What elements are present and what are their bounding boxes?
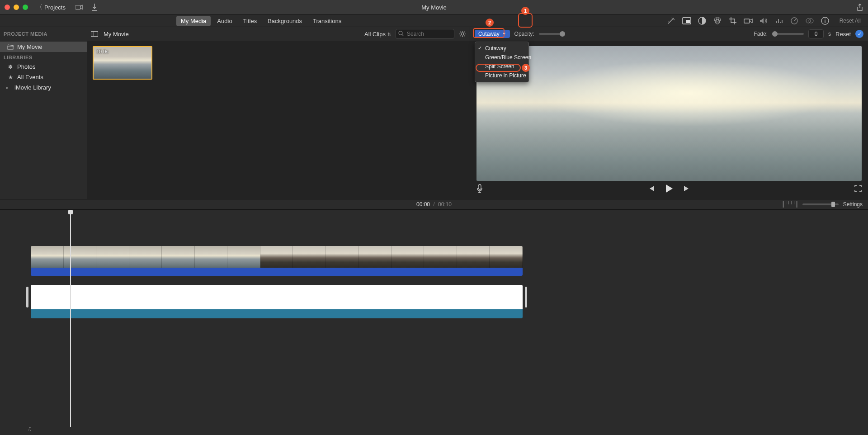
fade-slider-thumb[interactable] (772, 31, 778, 37)
overlay-controls-bar: Cutaway ▼ Cutaway Green/Blue Screen Spli… (470, 27, 868, 41)
playhead[interactable] (70, 210, 71, 427)
toggle-sidebar-icon[interactable] (91, 31, 99, 37)
previous-frame-button[interactable] (648, 185, 655, 192)
clip-filter-audio-effects-icon[interactable] (804, 15, 815, 26)
project-media-label: PROJECT MEDIA (4, 31, 47, 37)
fade-slider[interactable] (772, 33, 804, 35)
tab-audio[interactable]: Audio (212, 16, 236, 26)
share-icon[interactable] (856, 4, 863, 11)
tab-my-media[interactable]: My Media (176, 16, 211, 26)
menu-item-picture-in-picture[interactable]: Picture in Picture (475, 71, 528, 80)
fade-label: Fade: (754, 31, 768, 37)
overlay-clip-audio-waveform[interactable] (31, 268, 523, 276)
minimize-window-button[interactable] (14, 5, 19, 10)
video-overlay-settings-icon[interactable] (681, 15, 692, 26)
clip-filter-dropdown[interactable]: All Clips ⇅ (364, 31, 391, 38)
menu-item-green-blue-screen[interactable]: Green/Blue Screen (475, 53, 528, 62)
sidebar-item-all-events[interactable]: ★ All Events (0, 72, 87, 82)
media-clip-thumbnail[interactable]: 10.0s (93, 46, 152, 80)
close-window-button[interactable] (5, 5, 10, 10)
overlay-clip-track[interactable] (31, 246, 523, 276)
svg-point-17 (461, 33, 464, 35)
next-frame-button[interactable] (683, 185, 690, 192)
tab-transitions[interactable]: Transitions (308, 16, 346, 26)
search-input[interactable] (396, 29, 454, 39)
svg-point-15 (399, 31, 402, 35)
sidebar-item-photos[interactable]: ✽ Photos (0, 61, 87, 72)
sidebar: My Movie LIBRARIES ✽ Photos ★ All Events… (0, 41, 87, 199)
sidebar-item-my-movie[interactable]: My Movie (0, 42, 87, 52)
crop-icon[interactable] (727, 15, 738, 26)
zoom-ticks-icon: ┃╵╵╵╵┃ (782, 201, 798, 208)
overlay-mode-menu: Cutaway Green/Blue Screen Split Screen P… (475, 42, 529, 82)
titlebar-tool-icons (75, 4, 98, 11)
tab-titles[interactable]: Titles (239, 16, 262, 26)
zoom-window-button[interactable] (23, 5, 28, 10)
libraries-header: LIBRARIES (0, 52, 87, 61)
disclosure-triangle-icon[interactable]: ▸ (6, 85, 10, 90)
sidebar-item-imovie-library[interactable]: ▸ iMovie Library (0, 82, 87, 93)
browser-settings-gear-icon[interactable] (459, 30, 466, 38)
media-browser: 10.0s (87, 41, 470, 199)
svg-rect-19 (478, 184, 481, 189)
window-controls (5, 5, 28, 10)
svg-line-16 (402, 34, 403, 36)
stabilization-camera-icon[interactable] (743, 15, 754, 26)
timeline-tracks (31, 246, 523, 318)
window-title: My Movie (421, 4, 447, 11)
enhance-magic-wand-icon[interactable] (663, 17, 679, 25)
annotation-badge-3: 3 (522, 64, 530, 72)
reset-overlay-button[interactable]: Reset (835, 31, 851, 38)
inspector-icon-bar: Reset All (681, 15, 868, 26)
playhead-time-display: 00:00 / 00:10 (416, 201, 452, 208)
projects-label: Projects (44, 4, 66, 11)
reset-all-button[interactable]: Reset All (840, 18, 861, 24)
timeline[interactable]: ♫ (0, 210, 868, 435)
flower-icon: ✽ (7, 64, 14, 70)
primary-clip-track[interactable] (31, 285, 523, 318)
updown-arrows-icon: ⇅ (387, 32, 391, 37)
import-download-icon[interactable] (91, 4, 98, 11)
svg-point-9 (806, 19, 811, 23)
apply-checkmark-button[interactable]: ✓ (855, 30, 863, 38)
preview-viewer[interactable] (476, 46, 862, 181)
zoom-slider-thumb[interactable] (831, 202, 835, 207)
current-time: 00:00 (416, 201, 430, 208)
media-import-layout-icon[interactable] (75, 4, 83, 11)
color-correction-icon[interactable] (712, 15, 723, 26)
info-icon[interactable] (820, 15, 830, 26)
clip-trim-handle-left[interactable] (26, 287, 28, 307)
annotation-badge-1: 1 (521, 7, 529, 15)
noise-reduction-eq-icon[interactable] (774, 15, 784, 26)
svg-point-12 (825, 19, 826, 19)
play-button[interactable] (665, 184, 673, 193)
volume-icon[interactable] (758, 15, 769, 26)
speed-icon[interactable] (789, 15, 800, 26)
zoom-slider[interactable] (802, 203, 839, 205)
subheader: PROJECT MEDIA My Movie All Clips ⇅ Cutaw… (0, 27, 868, 41)
color-balance-icon[interactable] (697, 15, 708, 26)
viewer-panel (470, 41, 868, 199)
timeline-settings-button[interactable]: Settings (843, 201, 863, 208)
svg-rect-2 (686, 20, 690, 23)
tab-backgrounds[interactable]: Backgrounds (263, 16, 307, 26)
opacity-slider[interactable] (539, 33, 565, 35)
opacity-label: Opacity: (514, 31, 534, 37)
back-to-projects-button[interactable]: 〈 Projects (36, 3, 66, 11)
svg-point-6 (715, 19, 720, 24)
menu-item-split-screen[interactable]: Split Screen (475, 62, 528, 71)
opacity-slider-thumb[interactable] (560, 31, 565, 37)
fade-unit-label: s (828, 31, 831, 37)
titlebar: 〈 Projects My Movie (0, 0, 868, 14)
main-toolbar: My Media Audio Titles Backgrounds Transi… (0, 14, 868, 27)
fullscreen-icon[interactable] (854, 185, 862, 192)
primary-clip-audio-waveform[interactable] (31, 309, 523, 318)
overlay-mode-dropdown[interactable]: Cutaway ▼ Cutaway Green/Blue Screen Spli… (475, 30, 510, 38)
svg-rect-0 (75, 5, 80, 9)
fade-value-input[interactable] (808, 29, 824, 38)
clip-trim-handle-right[interactable] (525, 287, 527, 307)
menu-item-cutaway[interactable]: Cutaway (475, 44, 528, 53)
clapperboard-icon (7, 44, 14, 50)
voiceover-mic-icon[interactable] (476, 184, 483, 193)
primary-clip-filmstrip (31, 285, 523, 309)
